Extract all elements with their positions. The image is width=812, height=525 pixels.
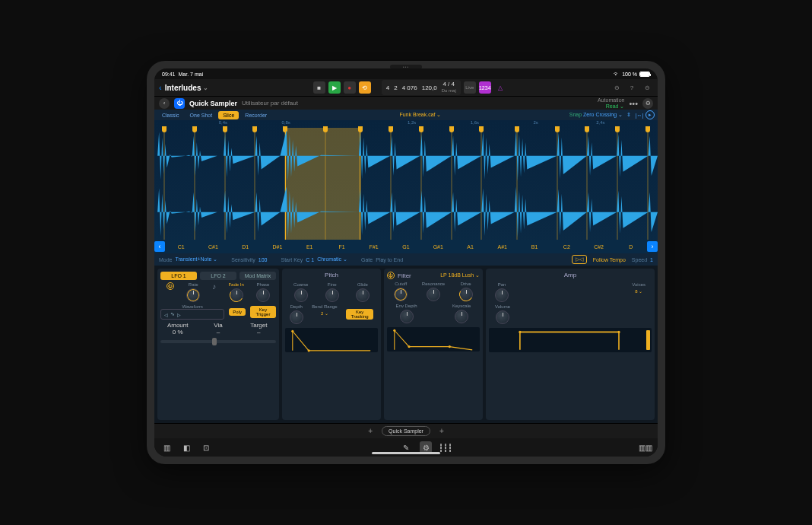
speed-value[interactable]: 1 xyxy=(650,257,653,262)
gate-mode[interactable]: Play to End xyxy=(376,257,403,262)
lfo-tab-lfo-2[interactable]: LFO 2 xyxy=(200,272,236,280)
undo-button[interactable]: ⊖ xyxy=(611,81,623,94)
add-plugin-after[interactable]: + xyxy=(435,427,449,435)
pan-knob[interactable] xyxy=(495,288,509,302)
zoom-fit-button[interactable]: ⇕ xyxy=(624,110,633,119)
plugin-power-button[interactable]: ⏻ xyxy=(174,98,185,109)
note-C#2[interactable]: C#2 xyxy=(582,244,614,250)
add-plugin-before[interactable]: + xyxy=(363,427,377,435)
note-G#1[interactable]: G#1 xyxy=(422,244,454,250)
lfo-amount[interactable]: 0 % xyxy=(160,329,195,336)
flex-button[interactable]: ▷◁ xyxy=(572,255,587,264)
start-key[interactable]: C 1 xyxy=(306,257,314,262)
amp-env-handle[interactable] xyxy=(646,330,650,350)
waveform-display[interactable]: 0,4s0,8s1,2s1,6s2s2,4s ‹ C1C#1D1D#1E1F1F… xyxy=(154,120,658,253)
rate-knob[interactable] xyxy=(186,288,200,302)
plugin-more-button[interactable]: ••• xyxy=(629,99,638,108)
zoom-horiz-button[interactable]: |↔| xyxy=(635,110,644,119)
note-D#1[interactable]: D#1 xyxy=(262,244,293,250)
fadein-knob[interactable] xyxy=(230,288,243,302)
lfo-target[interactable]: – xyxy=(242,329,276,336)
lfo-via[interactable]: – xyxy=(201,329,235,336)
play-button[interactable]: ▶ xyxy=(328,81,341,94)
volume-knob[interactable] xyxy=(496,310,509,324)
coarse-knob[interactable] xyxy=(294,288,308,302)
gallery-button[interactable]: ▥ xyxy=(160,441,173,453)
cycle-button[interactable]: ⟲ xyxy=(359,81,371,94)
filter-envelope[interactable] xyxy=(387,327,480,352)
stop-button[interactable]: ■ xyxy=(313,81,325,94)
note-D[interactable]: D xyxy=(615,244,647,250)
count-in-button[interactable]: 1234 xyxy=(479,81,491,94)
resonance-knob[interactable] xyxy=(427,288,440,301)
drive-knob[interactable] xyxy=(459,288,473,301)
mixer-button[interactable]: ┇┇┇ xyxy=(439,441,452,453)
filter-power[interactable]: ⏻ xyxy=(387,272,395,279)
note-C1[interactable]: C1 xyxy=(165,244,197,250)
back-button[interactable]: ‹ xyxy=(159,83,162,92)
key-trigger-button[interactable]: Key Trigger xyxy=(250,306,276,318)
plugin-back-button[interactable]: ‹ xyxy=(159,98,170,109)
live-button[interactable]: Live xyxy=(464,81,476,94)
lfo-tab-mod-matrix[interactable]: Mod Matrix xyxy=(239,272,276,280)
slice-mode[interactable]: Transient+Note ⌄ xyxy=(176,256,218,262)
lfo-tab-lfo-1[interactable]: LFO 1 xyxy=(160,272,197,280)
plugin-preset[interactable]: Utilisateur par défaut xyxy=(242,100,298,107)
note-A1[interactable]: A1 xyxy=(454,244,486,250)
record-button[interactable]: ● xyxy=(344,81,356,94)
lfo-power[interactable]: ⏻ xyxy=(167,282,174,290)
pitch-envelope[interactable] xyxy=(285,328,378,352)
keyscale-knob[interactable] xyxy=(455,310,468,323)
amp-envelope[interactable] xyxy=(489,328,652,352)
sampler-tab-slice[interactable]: Slice xyxy=(218,111,239,119)
status-date: Mar. 7 mai xyxy=(179,72,204,77)
sample-file[interactable]: Funk Break.caf xyxy=(273,112,568,118)
plugin-title: Quick Sampler xyxy=(189,100,237,107)
sampler-tab-one-shot[interactable]: One Shot xyxy=(186,111,217,119)
cutoff-knob[interactable] xyxy=(394,288,408,301)
note-C#1[interactable]: C#1 xyxy=(197,244,229,250)
note-D1[interactable]: D1 xyxy=(230,244,262,250)
plugin-close-button[interactable]: ⊖ xyxy=(642,98,653,109)
library-button[interactable]: ◧ xyxy=(180,441,192,453)
preview-button[interactable]: ▸ xyxy=(645,110,655,119)
keyboard-button[interactable]: ▥▥ xyxy=(639,441,652,453)
lfo-amount-slider[interactable] xyxy=(160,340,276,343)
filter-type[interactable]: LP 18dB Lush xyxy=(440,272,480,278)
env-depth-knob[interactable] xyxy=(400,310,414,323)
home-indicator[interactable] xyxy=(372,452,440,454)
lcd-display[interactable]: 4 2 4 076 120,0 4 / 4Do maj xyxy=(382,80,461,95)
note-G1[interactable]: G1 xyxy=(390,244,422,250)
notes-prev-button[interactable]: ‹ xyxy=(154,241,165,252)
note-A#1[interactable]: A#1 xyxy=(487,244,519,250)
sampler-tab-recorder[interactable]: Recorder xyxy=(240,111,271,119)
start-key-type[interactable]: Chromatic ⌄ xyxy=(317,256,347,262)
help-button[interactable]: ? xyxy=(626,81,638,94)
note-E1[interactable]: E1 xyxy=(293,244,325,250)
sampler-tab-classic[interactable]: Classic xyxy=(157,111,184,119)
plugin-slot[interactable]: Quick Sampler xyxy=(382,426,430,436)
note-F#1[interactable]: F#1 xyxy=(358,244,390,250)
automation-mode[interactable]: Read ⌄ xyxy=(598,103,624,110)
note-F1[interactable]: F1 xyxy=(325,244,357,250)
poly-button[interactable]: Poly xyxy=(229,308,246,316)
fine-knob[interactable] xyxy=(325,288,339,302)
project-name[interactable]: Interludes xyxy=(165,84,209,92)
pitch-depth-knob[interactable] xyxy=(290,310,303,324)
note-B1[interactable]: B1 xyxy=(519,244,550,250)
lcd-sig: 4 / 4 xyxy=(442,81,455,88)
waveform-selector[interactable]: ∿ xyxy=(160,309,224,320)
follow-tempo-button[interactable]: Follow Tempo xyxy=(590,256,629,263)
loop-browser-button[interactable]: ⊡ xyxy=(200,441,212,453)
snap-control[interactable]: Snap Zero Crossing ⌄ xyxy=(569,112,623,118)
sensitivity[interactable]: 100 xyxy=(259,257,268,262)
settings-button[interactable]: ⊖ xyxy=(641,81,653,94)
metronome-button[interactable]: △ xyxy=(494,81,506,94)
note-C2[interactable]: C2 xyxy=(550,244,582,250)
bend-range[interactable]: 2 ⌄ xyxy=(321,310,328,316)
notes-next-button[interactable]: › xyxy=(647,241,658,252)
glide-knob[interactable] xyxy=(356,288,370,302)
voices[interactable]: 8 ⌄ xyxy=(635,288,642,294)
phase-knob[interactable] xyxy=(256,288,270,302)
pitch-key-tracking[interactable]: Key Tracking xyxy=(346,309,373,320)
